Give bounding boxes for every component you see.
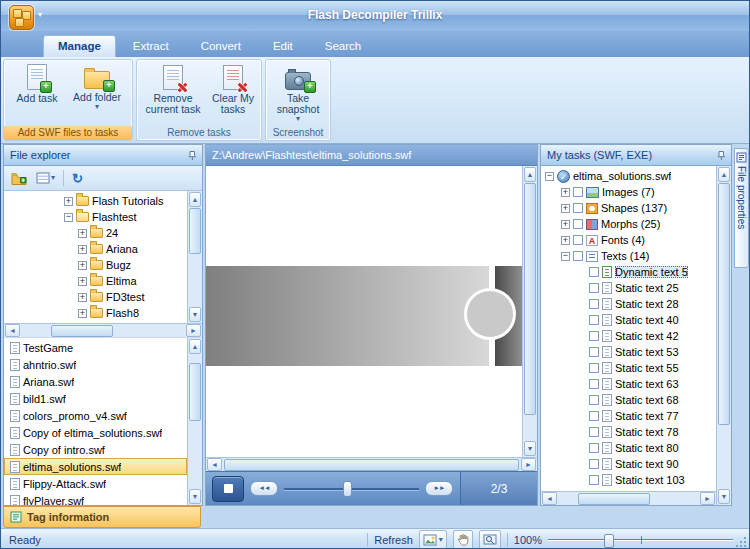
stop-button[interactable] xyxy=(212,476,244,502)
ribbon-tab[interactable]: Search xyxy=(310,35,376,57)
checkbox[interactable] xyxy=(589,315,599,325)
tasks-tree-item[interactable]: Static text 77 xyxy=(541,408,716,424)
tasks-tree-item[interactable]: Static text 53 xyxy=(541,344,716,360)
scroll-up-button[interactable]: ▲ xyxy=(189,339,201,354)
tasks-tree-item[interactable]: Texts (14) xyxy=(541,248,716,264)
file-list-item[interactable]: bild1.swf xyxy=(4,390,187,407)
tag-information-tab[interactable]: Tag information xyxy=(3,506,201,528)
scroll-right-button[interactable]: ► xyxy=(186,324,201,337)
scroll-up-button[interactable]: ▲ xyxy=(189,192,201,207)
tasks-tree-item[interactable]: Static text 63 xyxy=(541,376,716,392)
clear-my-tasks-button[interactable]: Clear My tasks xyxy=(208,63,258,116)
checkbox[interactable] xyxy=(589,395,599,405)
file-list-item[interactable]: colors_promo_v4.swf xyxy=(4,407,187,424)
checkbox[interactable] xyxy=(589,347,599,357)
scroll-down-button[interactable]: ▼ xyxy=(718,489,730,504)
tasks-tree-item[interactable]: Dynamic text 5 xyxy=(541,264,716,280)
file-properties-tab[interactable]: File properties xyxy=(734,148,749,268)
tasks-tree-item[interactable]: Static text 103 xyxy=(541,472,716,488)
folder-tree-horizontal-scrollbar[interactable]: ◄ ► xyxy=(4,323,202,337)
tasks-tree-item[interactable]: Fonts (4) xyxy=(541,232,716,248)
folder-tree-item[interactable]: Flashtest xyxy=(4,209,187,225)
expander-icon[interactable] xyxy=(78,245,87,254)
scroll-left-button[interactable]: ◄ xyxy=(207,458,222,471)
expander-icon[interactable] xyxy=(561,252,570,261)
tasks-tree-item[interactable]: Static text 28 xyxy=(541,296,716,312)
tasks-tree-item[interactable]: Static text 80 xyxy=(541,440,716,456)
checkbox[interactable] xyxy=(589,299,599,309)
scroll-down-button[interactable]: ▼ xyxy=(524,441,536,456)
scroll-down-button[interactable]: ▼ xyxy=(189,489,201,504)
expander-icon[interactable] xyxy=(78,261,87,270)
checkbox[interactable] xyxy=(589,267,599,277)
folder-tree-item[interactable]: Flash Tutorials xyxy=(4,193,187,209)
expander-icon[interactable] xyxy=(78,229,87,238)
tasks-tree-item[interactable]: eltima_solutions.swf xyxy=(541,168,716,184)
pin-icon[interactable] xyxy=(187,150,198,161)
tasks-horizontal-scrollbar[interactable]: ◄ ► xyxy=(541,491,716,505)
add-task-button[interactable]: + Add task xyxy=(9,63,65,105)
file-list-item[interactable]: eltima_solutions.swf xyxy=(4,458,187,475)
scroll-right-button[interactable]: ► xyxy=(521,458,536,471)
zoom-slider-thumb[interactable] xyxy=(604,534,614,548)
frame-slider-thumb[interactable] xyxy=(343,481,352,497)
refresh-button[interactable]: ↻ xyxy=(69,168,86,189)
zoom-slider[interactable] xyxy=(548,532,733,548)
scroll-right-button[interactable]: ► xyxy=(700,492,715,505)
checkbox[interactable] xyxy=(589,459,599,469)
file-list-item[interactable]: Flippy-Attack.swf xyxy=(4,475,187,492)
scroll-left-button[interactable]: ◄ xyxy=(542,492,557,505)
checkbox[interactable] xyxy=(589,363,599,373)
expander-icon[interactable] xyxy=(561,188,570,197)
tasks-tree-item[interactable]: Shapes (137) xyxy=(541,200,716,216)
file-list-vertical-scrollbar[interactable]: ▲ ▼ xyxy=(187,338,202,505)
checkbox[interactable] xyxy=(573,219,583,229)
tasks-vertical-scrollbar[interactable]: ▲ ▼ xyxy=(716,166,731,505)
scroll-thumb[interactable] xyxy=(224,459,519,471)
file-list-item[interactable]: ahntrio.swf xyxy=(4,356,187,373)
expander-icon[interactable] xyxy=(78,277,87,286)
folder-tree-item[interactable]: 24 xyxy=(4,225,187,241)
refresh-preview-button[interactable]: Refresh xyxy=(374,534,413,546)
dropdown-arrow-icon[interactable]: ▾ xyxy=(296,115,300,123)
checkbox[interactable] xyxy=(573,203,583,213)
scroll-thumb[interactable] xyxy=(718,183,730,425)
tasks-tree-item[interactable]: Static text 68 xyxy=(541,392,716,408)
checkbox[interactable] xyxy=(573,251,583,261)
expander-icon[interactable] xyxy=(561,204,570,213)
dropdown-arrow-icon[interactable]: ▾ xyxy=(95,103,99,111)
expander-icon[interactable] xyxy=(78,309,87,318)
preview-mode-button[interactable]: ▾ xyxy=(419,530,447,549)
folder-tree-item[interactable]: Eltima xyxy=(4,273,187,289)
tasks-tree-item[interactable]: Morphs (25) xyxy=(541,216,716,232)
checkbox[interactable] xyxy=(589,411,599,421)
scroll-down-button[interactable]: ▼ xyxy=(189,307,201,322)
preview-vertical-scrollbar[interactable]: ▲ ▼ xyxy=(522,166,537,457)
expander-icon[interactable] xyxy=(545,172,554,181)
folder-tree-item[interactable]: Bugz xyxy=(4,257,187,273)
checkbox[interactable] xyxy=(573,235,583,245)
expander-icon[interactable] xyxy=(561,220,570,229)
ribbon-tab[interactable]: Edit xyxy=(258,35,308,57)
file-list-item[interactable]: flyPlayer.swf xyxy=(4,492,187,505)
ribbon-tab[interactable]: Manage xyxy=(43,35,116,57)
resize-grip[interactable] xyxy=(734,535,746,547)
flash-preview-canvas[interactable] xyxy=(206,166,522,457)
checkbox[interactable] xyxy=(589,283,599,293)
dropdown-arrow-icon[interactable]: ▾ xyxy=(439,536,443,544)
rewind-button[interactable]: ◄◄ xyxy=(250,481,278,496)
scroll-thumb[interactable] xyxy=(524,183,536,415)
file-list-item[interactable]: TestGame xyxy=(4,339,187,356)
scroll-thumb[interactable] xyxy=(189,208,201,254)
tasks-tree-item[interactable]: Static text 55 xyxy=(541,360,716,376)
checkbox[interactable] xyxy=(589,427,599,437)
tasks-tree-item[interactable]: Static text 78 xyxy=(541,424,716,440)
tasks-tree-item[interactable]: Static text 25 xyxy=(541,280,716,296)
checkbox[interactable] xyxy=(573,187,583,197)
scroll-thumb[interactable] xyxy=(578,493,650,505)
file-list-item[interactable]: Copy of eltima_solutions.swf xyxy=(4,424,187,441)
checkbox[interactable] xyxy=(589,443,599,453)
checkbox[interactable] xyxy=(589,379,599,389)
forward-button[interactable]: ►► xyxy=(425,481,453,496)
file-list-item[interactable]: Copy of intro.swf xyxy=(4,441,187,458)
